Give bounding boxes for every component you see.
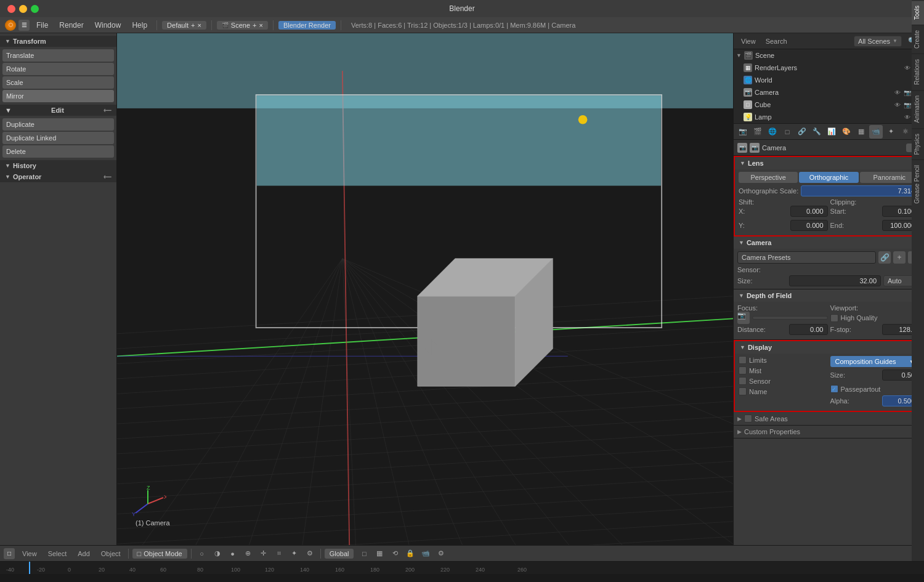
outliner-camera[interactable]: 📷 Camera 👁 📷 🔒 [741,86,924,99]
menu-render[interactable]: Render [55,20,87,31]
camera-render[interactable]: 📷 [903,88,912,97]
outliner-scene[interactable]: ▼ 🎬 Scene [734,49,924,62]
global-tag[interactable]: Global [325,549,354,559]
scene-tag[interactable]: 🎬 Scene + × [217,21,268,30]
prop-physics-icon[interactable]: ⚛ [899,125,912,139]
prop-world-icon[interactable]: 🌐 [766,125,779,139]
rotate-button[interactable]: Rotate [2,63,114,75]
outliner-cube[interactable]: □ Cube 👁 📷 🔒 [741,99,924,111]
object-mode-tag[interactable]: □ Object Mode [132,549,187,559]
vb-r-icon-3[interactable]: ⟲ [388,547,402,560]
passepartout-cb[interactable] [830,385,838,393]
workspace-close[interactable]: × [197,22,201,29]
vb-icon-6[interactable]: ⌗ [272,547,286,560]
vb-r-icon-1[interactable]: □ [357,547,371,560]
prop-data-icon[interactable]: 📊 [825,125,838,139]
window-controls[interactable] [7,5,39,13]
vb-add[interactable]: Add [74,549,94,559]
vb-icon-5[interactable]: ✛ [257,547,270,560]
view-btn[interactable]: View [737,36,760,46]
prop-object-icon[interactable]: □ [780,125,794,139]
high-quality-cb[interactable] [830,314,838,322]
vb-icon-3[interactable]: ● [226,547,240,560]
size-value[interactable]: 32.00 [789,275,881,286]
ortho-scale-value[interactable]: 7.314 [801,185,919,196]
scale-button[interactable]: Scale [2,76,114,89]
scene-add[interactable]: + [253,22,256,29]
search-btn[interactable]: Search [762,36,791,46]
cube-render[interactable]: 📷 [903,100,912,109]
prop-particles-icon[interactable]: ✦ [884,125,898,139]
lamp-eye[interactable]: 👁 [903,113,912,121]
all-scenes-dropdown[interactable]: All Scenes [854,36,902,47]
sensor-cb[interactable] [739,377,747,385]
maximize-button[interactable] [31,5,39,13]
translate-button[interactable]: Translate [2,49,114,62]
vb-r-icon-6[interactable]: ⚙ [434,547,448,560]
outliner-world[interactable]: 🌐 World [741,74,924,86]
prop-constraint-icon[interactable]: 🔗 [795,125,809,139]
vb-select[interactable]: Select [44,549,71,559]
vb-sep-1 [128,549,129,559]
y-value[interactable]: 0.000 [790,220,828,231]
distance-value[interactable]: 0.00 [789,324,828,335]
prop-texture-icon[interactable]: ▦ [854,125,868,139]
vb-icon-7[interactable]: ✦ [288,547,301,560]
close-button[interactable] [7,5,15,13]
minimize-button[interactable] [19,5,27,13]
timeline-ruler[interactable]: -40 -20 0 20 40 60 80 100 120 140 160 18… [0,562,924,574]
camera-section-header[interactable]: ▼ Camera [734,236,924,249]
mirror-button[interactable]: Mirror [2,90,114,102]
prop-scene-icon[interactable]: 🎬 [751,125,764,139]
menu-window[interactable]: Window [91,20,126,31]
mist-cb[interactable] [739,366,747,374]
outliner-renderlayers[interactable]: ▦ RenderLayers 👁 📷 [741,62,924,74]
display-header[interactable]: ▼ Display [735,341,923,354]
prop-render-icon[interactable]: 📷 [736,125,750,139]
engine-selector[interactable]: Blender Render [278,21,336,30]
perspective-btn[interactable]: Perspective [739,172,798,183]
delete-button[interactable]: Delete [2,145,114,158]
vb-icon-8[interactable]: ⚙ [303,547,317,560]
x-value[interactable]: 0.000 [790,206,828,217]
name-cb[interactable] [739,387,747,395]
preset-link-btn[interactable]: 🔗 [878,251,891,264]
vb-r-icon-4[interactable]: 🔒 [403,547,417,560]
safe-areas-cb[interactable] [744,414,752,422]
timeline-track[interactable] [0,574,924,582]
dof-header[interactable]: ▼ Depth of Field [734,289,924,302]
camera-presets-select[interactable]: Camera Presets [737,251,876,264]
workspace-add[interactable]: + [191,22,195,29]
vb-r-icon-2[interactable]: ▦ [373,547,386,560]
vb-r-icon-5[interactable]: 📹 [419,547,432,560]
viewport[interactable]: (1) Camera X Y Z [117,33,733,545]
duplicate-button[interactable]: Duplicate [2,118,114,131]
workspace-tag[interactable]: Default + × [162,21,206,30]
comp-guides-dropdown[interactable]: Composition Guides [830,356,920,367]
menu-file[interactable]: File [32,20,52,31]
prop-camera-active-icon[interactable]: 📹 [869,125,883,139]
vb-icon-1[interactable]: ○ [195,547,209,560]
vb-object[interactable]: Object [97,549,124,559]
vb-view[interactable]: View [18,549,41,559]
vb-icon-2[interactable]: ◑ [211,547,224,560]
limits-cb[interactable] [739,356,747,364]
menu-help[interactable]: Help [128,20,152,31]
scene-close[interactable]: × [259,22,262,29]
focus-input[interactable] [752,316,828,320]
prop-modifier-icon[interactable]: 🔧 [810,125,824,139]
panoramic-btn[interactable]: Panoramic [860,172,919,183]
vb-icon-4[interactable]: ⊕ [241,547,255,560]
orthographic-btn[interactable]: Orthographic [799,172,858,183]
camera-eye[interactable]: 👁 [893,88,902,97]
renderlayers-eye[interactable]: 👁 [903,63,912,72]
timeline-scrubber[interactable] [29,562,30,574]
focus-picker-btn[interactable]: 📷 [737,312,750,324]
preset-add-btn[interactable]: + [893,251,906,264]
distance-label: Distance: [737,326,787,333]
prop-material-icon[interactable]: 🎨 [840,125,853,139]
cube-eye[interactable]: 👁 [893,100,902,109]
duplicate-linked-button[interactable]: Duplicate Linked [2,132,114,144]
outliner-lamp[interactable]: 💡 Lamp 👁 📷 [741,111,924,123]
lens-header[interactable]: ▼ Lens [735,157,923,169]
